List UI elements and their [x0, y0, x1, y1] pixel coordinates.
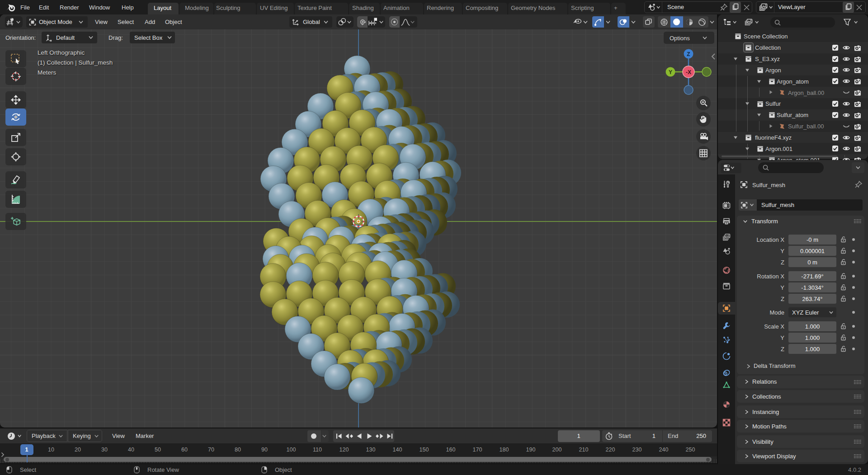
svg-text:Z: Z	[687, 51, 690, 57]
svg-text:Y: Y	[669, 69, 672, 75]
svg-text:-X: -X	[686, 69, 691, 75]
